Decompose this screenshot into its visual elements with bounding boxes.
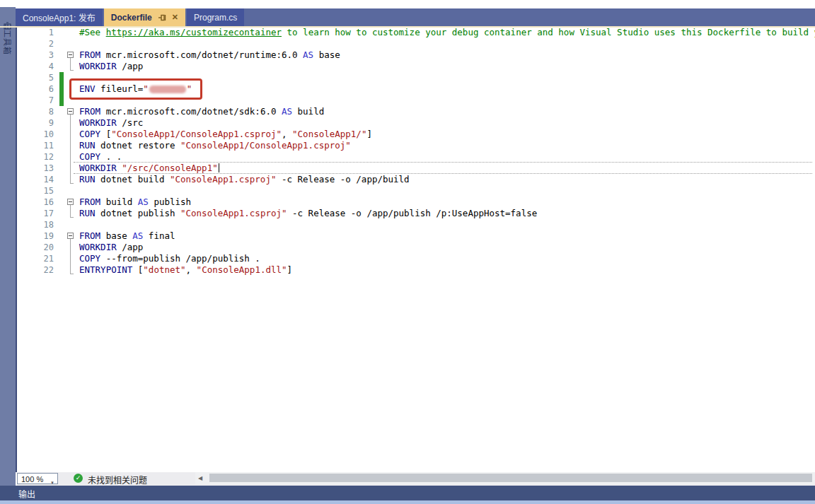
tab-label: Program.cs bbox=[194, 13, 237, 23]
code-line[interactable]: 4WORKDIR /app bbox=[0, 61, 815, 72]
check-circle-icon: ✓ bbox=[74, 474, 83, 483]
code-line[interactable]: 18 bbox=[0, 219, 815, 230]
fold-guide-line bbox=[70, 239, 71, 274]
line-number: 6 bbox=[21, 84, 54, 94]
code-text: WORKDIR "/src/ConsoleApp1" bbox=[79, 163, 219, 174]
code-text: RUN dotnet restore "ConsoleApp1/ConsoleA… bbox=[79, 140, 351, 151]
close-icon[interactable]: ✕ bbox=[172, 13, 178, 22]
output-panel-title: 输出 bbox=[18, 488, 35, 500]
tab-consoleapp1-publish[interactable]: ConsoleApp1: 发布 bbox=[16, 8, 103, 26]
code-line[interactable]: 2 bbox=[0, 38, 815, 49]
fold-collapse-box[interactable] bbox=[67, 233, 74, 239]
fold-guide-line bbox=[70, 58, 71, 70]
tab-dockerfile[interactable]: Dockerfile ✕ bbox=[104, 8, 185, 26]
code-text: WORKDIR /app bbox=[79, 61, 143, 72]
line-number: 3 bbox=[21, 50, 54, 60]
code-line[interactable]: 19FROM base AS final bbox=[0, 230, 815, 242]
line-number: 5 bbox=[21, 73, 54, 83]
line-number: 4 bbox=[21, 61, 54, 71]
text-cursor bbox=[219, 163, 219, 172]
fold-guide-line bbox=[70, 115, 71, 183]
line-number: 12 bbox=[21, 152, 54, 162]
line-number: 17 bbox=[21, 209, 54, 218]
code-text: FROM mcr.microsoft.com/dotnet/runtime:6.… bbox=[79, 49, 340, 61]
code-text: ENTRYPOINT ["dotnet", "ConsoleApp1.dll"] bbox=[79, 264, 292, 276]
horizontal-scrollbar-thumb[interactable] bbox=[209, 474, 812, 482]
line-number: 7 bbox=[21, 95, 54, 105]
fold-collapse-box[interactable] bbox=[67, 52, 74, 58]
line-number: 18 bbox=[21, 220, 54, 230]
code-line[interactable]: 10COPY ["ConsoleApp1/ConsoleApp1.csproj"… bbox=[0, 129, 815, 140]
code-text: COPY ["ConsoleApp1/ConsoleApp1.csproj", … bbox=[79, 129, 372, 140]
fold-guide-line bbox=[70, 205, 71, 217]
zoom-level-value: 100 % bbox=[21, 475, 43, 484]
fold-guide-end bbox=[70, 70, 74, 71]
line-number: 1 bbox=[21, 28, 54, 37]
output-panel-titlebar[interactable]: 输出 bbox=[0, 486, 815, 500]
line-number: 15 bbox=[21, 186, 54, 196]
line-number: 19 bbox=[21, 231, 54, 241]
code-text: WORKDIR /src bbox=[79, 117, 143, 129]
code-line[interactable]: 3FROM mcr.microsoft.com/dotnet/runtime:6… bbox=[0, 49, 815, 61]
code-text: COPY . . bbox=[79, 151, 122, 163]
code-line[interactable]: 20WORKDIR /app bbox=[0, 242, 815, 253]
line-number: 13 bbox=[21, 163, 54, 173]
code-text: RUN dotnet publish "ConsoleApp1.csproj" … bbox=[79, 208, 537, 219]
tab-label: Dockerfile bbox=[111, 13, 152, 23]
fold-guide-end bbox=[70, 217, 74, 218]
line-number: 21 bbox=[21, 254, 54, 264]
fold-collapse-box[interactable] bbox=[67, 199, 74, 205]
line-number: 2 bbox=[21, 39, 54, 49]
pin-icon[interactable] bbox=[158, 14, 166, 21]
code-text: RUN dotnet build "ConsoleApp1.csproj" -c… bbox=[79, 174, 410, 185]
scroll-left-icon[interactable]: ◀ bbox=[198, 475, 202, 481]
tab-program-cs[interactable]: Program.cs bbox=[187, 8, 244, 26]
code-line[interactable]: 8FROM mcr.microsoft.com/dotnet/sdk:6.0 A… bbox=[0, 106, 815, 117]
code-text: FROM build AS publish bbox=[79, 197, 191, 208]
health-status-message: 未找到相关问题 bbox=[88, 474, 147, 486]
line-number: 14 bbox=[21, 175, 54, 184]
code-text: FROM mcr.microsoft.com/dotnet/sdk:6.0 AS… bbox=[79, 106, 324, 117]
line-number: 10 bbox=[21, 129, 54, 139]
annotation-red-box bbox=[69, 78, 202, 100]
tab-label: ConsoleApp1: 发布 bbox=[23, 11, 96, 23]
line-number: 16 bbox=[21, 197, 54, 207]
line-number: 11 bbox=[21, 141, 54, 151]
code-line[interactable]: 21COPY --from=publish /app/publish . bbox=[0, 253, 815, 264]
code-line[interactable]: 11RUN dotnet restore "ConsoleApp1/Consol… bbox=[0, 140, 815, 151]
code-text: #See https://aka.ms/customizecontainer t… bbox=[79, 27, 815, 38]
code-line[interactable]: 14RUN dotnet build "ConsoleApp1.csproj" … bbox=[0, 174, 815, 185]
line-number: 20 bbox=[21, 242, 54, 252]
code-line[interactable]: 1#See https://aka.ms/customizecontainer … bbox=[0, 27, 815, 38]
bottom-edge-strip bbox=[0, 500, 815, 504]
line-number: 9 bbox=[21, 118, 54, 128]
code-line[interactable]: 17RUN dotnet publish "ConsoleApp1.csproj… bbox=[0, 208, 815, 219]
line-number: 8 bbox=[21, 107, 54, 117]
fold-collapse-box[interactable] bbox=[67, 108, 74, 115]
visual-studio-window: 工具箱 ConsoleApp1: 发布 Dockerfile ✕ Program… bbox=[0, 0, 815, 504]
code-text: FROM base AS final bbox=[79, 230, 175, 242]
fold-guide-end bbox=[70, 274, 74, 274]
editor-status-row: 100 % ▼ ✓ 未找到相关问题 ◀ bbox=[17, 472, 815, 486]
code-line[interactable]: 22ENTRYPOINT ["dotnet", "ConsoleApp1.dll… bbox=[0, 264, 815, 276]
code-line[interactable]: 12COPY . . bbox=[0, 151, 815, 163]
zoom-level-select[interactable]: 100 % ▼ bbox=[17, 473, 58, 484]
code-text: WORKDIR /app bbox=[79, 242, 143, 253]
line-number: 22 bbox=[21, 265, 54, 275]
code-text: COPY --from=publish /app/publish . bbox=[79, 253, 260, 264]
horizontal-scrollbar[interactable]: ◀ bbox=[195, 472, 815, 484]
code-line[interactable]: 16FROM build AS publish bbox=[0, 197, 815, 208]
code-line[interactable]: 13WORKDIR "/src/ConsoleApp1" bbox=[0, 163, 815, 174]
code-line[interactable]: 15 bbox=[0, 185, 815, 197]
fold-guide-end bbox=[70, 183, 74, 184]
document-tab-bar: ConsoleApp1: 发布 Dockerfile ✕ Program.cs bbox=[16, 8, 815, 26]
code-line[interactable]: 9WORKDIR /src bbox=[0, 117, 815, 129]
